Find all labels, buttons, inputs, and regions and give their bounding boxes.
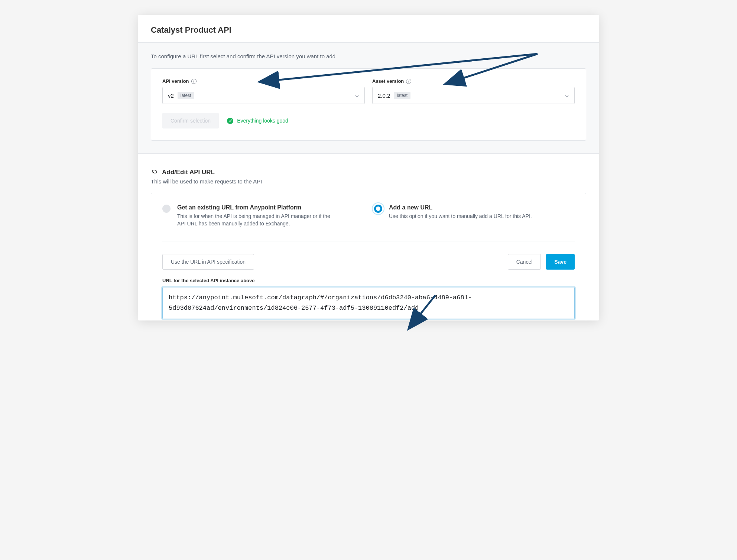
confirm-selection-button: Confirm selection — [162, 113, 219, 128]
api-version-label: API version — [162, 78, 189, 84]
validation-status: Everything looks good — [227, 118, 288, 124]
link-icon — [151, 169, 158, 176]
radio-existing-title: Get an existing URL from Anypoint Platfo… — [177, 204, 337, 211]
url-input-label: URL for the selected API instance above — [162, 278, 575, 283]
url-input[interactable] — [162, 287, 575, 319]
url-section-subtitle: This will be used to make requests to th… — [151, 178, 586, 185]
asset-version-group: Asset version i 2.0.2 latest — [372, 78, 575, 104]
check-circle-icon — [227, 118, 233, 124]
use-spec-url-button[interactable]: Use the URL in API specification — [162, 254, 254, 270]
cancel-button[interactable]: Cancel — [508, 254, 541, 270]
radio-selected-icon — [374, 205, 382, 213]
asset-version-tag: latest — [394, 92, 410, 99]
radio-new-desc: Use this option if you want to manually … — [389, 212, 532, 220]
chevron-down-icon — [355, 93, 359, 98]
page-title: Catalyst Product API — [151, 25, 586, 35]
chevron-down-icon — [565, 93, 569, 98]
version-section: To configure a URL first select and conf… — [138, 42, 599, 154]
status-text: Everything looks good — [237, 118, 288, 124]
url-section: Add/Edit API URL This will be used to ma… — [138, 154, 599, 320]
api-version-tag: latest — [178, 92, 194, 99]
api-version-value: v2 — [168, 92, 174, 99]
asset-version-select[interactable]: 2.0.2 latest — [372, 87, 575, 104]
radio-unselected-icon — [162, 205, 171, 213]
panel-header: Catalyst Product API — [138, 15, 599, 42]
version-card: API version i v2 latest Asset version — [151, 68, 586, 141]
asset-version-label: Asset version — [372, 78, 404, 84]
save-button[interactable]: Save — [546, 254, 575, 270]
divider — [162, 241, 575, 241]
asset-version-value: 2.0.2 — [378, 92, 390, 99]
info-icon[interactable]: i — [406, 79, 411, 84]
api-version-group: API version i v2 latest — [162, 78, 365, 104]
url-card: Get an existing URL from Anypoint Platfo… — [151, 193, 586, 320]
api-version-select[interactable]: v2 latest — [162, 87, 365, 104]
radio-existing-desc: This is for when the API is being manage… — [177, 212, 337, 228]
info-icon[interactable]: i — [191, 79, 197, 84]
radio-option-existing[interactable]: Get an existing URL from Anypoint Platfo… — [162, 204, 337, 228]
config-panel: Catalyst Product API To configure a URL … — [138, 15, 599, 320]
url-section-title: Add/Edit API URL — [162, 169, 215, 176]
intro-text: To configure a URL first select and conf… — [151, 53, 586, 59]
radio-option-new[interactable]: Add a new URL Use this option if you wan… — [374, 204, 532, 228]
radio-new-title: Add a new URL — [389, 204, 532, 211]
